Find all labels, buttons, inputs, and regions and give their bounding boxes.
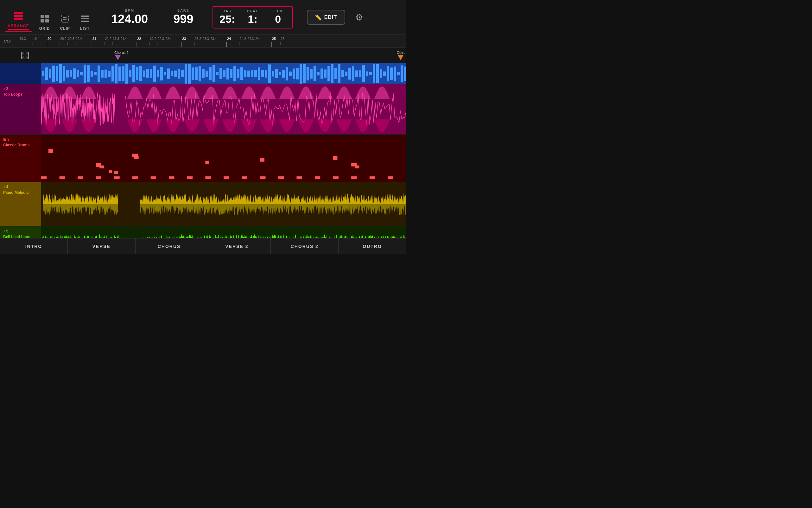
svg-line-16 — [22, 57, 24, 59]
beat-label: BEAT — [247, 9, 258, 13]
svg-rect-4 — [45, 15, 49, 18]
section-bar: INTRO VERSE CHORUS VERSE 2 CHORUS 2 OUTR… — [0, 238, 406, 254]
section-intro-label: INTRO — [25, 244, 42, 249]
track-5-waveform — [41, 226, 406, 238]
track-4-num: ♪ 4 — [3, 185, 38, 189]
marker-area: Chorus 2 Outro — [0, 47, 406, 64]
svg-rect-2 — [14, 18, 23, 19]
track-2-num: ♪ 2 — [3, 86, 38, 91]
track-2-name: Top Loops — [3, 92, 38, 97]
track-2-content — [41, 84, 406, 134]
section-verse[interactable]: VERSE — [68, 239, 135, 254]
section-chorus[interactable]: CHORUS — [135, 239, 203, 254]
section-intro[interactable]: INTRO — [0, 239, 68, 254]
gear-icon: ⚙ — [355, 12, 363, 22]
marker-outro-label: Outro — [396, 51, 405, 54]
tab-arrange-label: ARRANGE — [8, 24, 29, 30]
section-outro[interactable]: OUTRO — [339, 239, 406, 254]
bars-label: BARS — [177, 8, 189, 12]
ruler-ticks-area — [19, 35, 406, 47]
bars-section: BARS 999 — [173, 8, 193, 26]
beat-value[interactable]: 1: — [248, 13, 257, 25]
track-3-name: Classic Drums — [3, 143, 38, 147]
grid-label: 1/16 — [0, 39, 19, 43]
bars-value[interactable]: 999 — [173, 12, 193, 26]
transport-section[interactable]: BAR 25: BEAT 1: TICK 0 — [213, 6, 293, 29]
arrange-icon — [14, 12, 23, 22]
settings-button[interactable]: ⚙ — [355, 12, 363, 23]
track-1-label — [0, 64, 41, 84]
edit-button[interactable]: ✏️ EDIT — [307, 10, 345, 25]
svg-line-17 — [26, 57, 29, 59]
section-chorus-label: CHORUS — [158, 244, 181, 249]
playhead-purple — [115, 55, 121, 60]
ruler-canvas — [19, 35, 406, 47]
pencil-icon: ✏️ — [315, 14, 322, 20]
tick-label: TICK — [273, 9, 283, 13]
tab-list[interactable]: LIST — [78, 14, 92, 32]
section-verse2-label: VERSE 2 — [225, 244, 248, 249]
track-3: ⊞ 3 Classic Drums — [0, 135, 406, 182]
tab-arrange[interactable]: ARRANGE — [5, 11, 32, 32]
track-2-label: ♪ 2 Top Loops — [0, 84, 41, 134]
main-content: 1/16 Chorus 2 — [0, 35, 406, 254]
svg-rect-11 — [81, 18, 89, 19]
svg-rect-12 — [81, 20, 89, 22]
track-2: ♪ 2 Top Loops — [0, 84, 406, 135]
bpm-value[interactable]: 124.00 — [111, 12, 148, 26]
track-4-content — [41, 182, 406, 226]
svg-marker-7 — [61, 15, 69, 23]
tick-value[interactable]: 0 — [275, 13, 281, 25]
nav-tabs: ARRANGE GRID CLIP — [5, 0, 92, 35]
tab-grid-label: GRID — [39, 26, 50, 31]
track-1 — [0, 64, 406, 84]
track-5-name: Bell Lead Loop — [3, 235, 38, 238]
tab-clip[interactable]: CLIP — [58, 14, 73, 32]
marker-lane: Chorus 2 Outro — [19, 47, 406, 63]
track-1-waveform — [41, 64, 406, 84]
svg-rect-6 — [45, 19, 49, 23]
section-verse2[interactable]: VERSE 2 — [203, 239, 271, 254]
section-verse-label: VERSE — [92, 244, 111, 249]
bar-label: BAR — [223, 9, 232, 13]
section-chorus2-label: CHORUS 2 — [291, 244, 318, 249]
bpm-section: BPM 124.00 — [111, 8, 148, 26]
tab-grid[interactable]: GRID — [37, 14, 52, 32]
svg-rect-10 — [81, 15, 89, 17]
tab-list-label: LIST — [80, 26, 90, 31]
marker-chorus2-label: Chorus 2 — [114, 51, 129, 54]
track-4-waveform — [41, 182, 406, 226]
bar-value[interactable]: 25: — [219, 13, 235, 25]
grid-icon — [41, 15, 49, 25]
beat-col: BEAT 1: — [245, 9, 261, 25]
track-5-label: ♪ 5 Bell Lead Loop — [0, 226, 41, 238]
track-3-label: ⊞ 3 Classic Drums — [0, 135, 41, 182]
svg-line-15 — [26, 52, 29, 54]
track-2-waveform — [41, 84, 406, 134]
header: ARRANGE GRID CLIP — [0, 0, 406, 35]
clip-icon — [61, 15, 69, 25]
tracks-container: ♪ 2 Top Loops ⊞ 3 Classic Drums ♪ 4 Pian… — [0, 64, 406, 238]
playhead-orange — [398, 55, 403, 60]
track-5-num: ♪ 5 — [3, 229, 38, 234]
section-outro-label: OUTRO — [362, 244, 382, 249]
track-3-waveform — [41, 135, 406, 182]
svg-line-14 — [22, 52, 24, 54]
track-5: ♪ 5 Bell Lead Loop — [0, 226, 406, 238]
section-chorus2[interactable]: CHORUS 2 — [271, 239, 339, 254]
svg-rect-5 — [41, 19, 44, 23]
timeline-ruler: 1/16 — [0, 35, 406, 47]
crop-icon — [19, 47, 30, 63]
bar-col: BAR 25: — [219, 9, 235, 25]
track-4-name: Piano Melodic — [3, 190, 38, 195]
svg-rect-1 — [14, 15, 23, 17]
marker-outro: Outro — [396, 49, 405, 55]
track-4-label: ♪ 4 Piano Melodic — [0, 182, 41, 226]
track-1-content — [41, 64, 406, 84]
marker-chorus2: Chorus 2 — [114, 49, 129, 55]
tab-clip-label: CLIP — [60, 26, 70, 31]
tick-col: TICK 0 — [270, 9, 286, 25]
track-5-content — [41, 226, 406, 238]
bpm-label: BPM — [125, 8, 134, 12]
svg-rect-3 — [41, 15, 44, 18]
